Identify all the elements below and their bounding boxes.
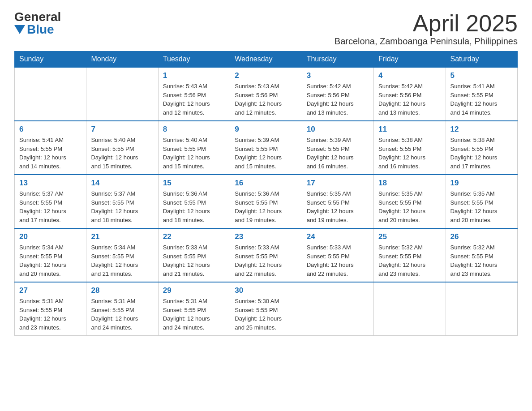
title-area: April 2025 Barcelona, Zamboanga Peninsul… bbox=[335, 11, 518, 47]
day-info: Sunrise: 5:36 AMSunset: 5:55 PMDaylight:… bbox=[163, 189, 225, 224]
day-of-week-header: Saturday bbox=[446, 51, 517, 68]
calendar-cell: 21Sunrise: 5:34 AMSunset: 5:55 PMDayligh… bbox=[86, 228, 158, 282]
calendar-cell: 28Sunrise: 5:31 AMSunset: 5:55 PMDayligh… bbox=[86, 282, 158, 336]
day-info: Sunrise: 5:32 AMSunset: 5:55 PMDaylight:… bbox=[378, 243, 441, 278]
day-info: Sunrise: 5:36 AMSunset: 5:55 PMDaylight:… bbox=[235, 189, 297, 224]
day-info: Sunrise: 5:40 AMSunset: 5:55 PMDaylight:… bbox=[91, 136, 153, 171]
day-number: 9 bbox=[235, 125, 297, 134]
calendar-week-row: 13Sunrise: 5:37 AMSunset: 5:55 PMDayligh… bbox=[15, 175, 518, 228]
day-number: 3 bbox=[307, 71, 369, 80]
day-info: Sunrise: 5:31 AMSunset: 5:55 PMDaylight:… bbox=[163, 297, 225, 332]
day-number: 7 bbox=[91, 125, 153, 134]
month-title: April 2025 bbox=[335, 11, 518, 36]
day-info: Sunrise: 5:33 AMSunset: 5:55 PMDaylight:… bbox=[163, 243, 225, 278]
calendar-cell: 22Sunrise: 5:33 AMSunset: 5:55 PMDayligh… bbox=[158, 228, 230, 282]
calendar-week-row: 27Sunrise: 5:31 AMSunset: 5:55 PMDayligh… bbox=[15, 282, 518, 336]
location-title: Barcelona, Zamboanga Peninsula, Philippi… bbox=[335, 36, 518, 47]
day-number: 22 bbox=[163, 232, 225, 241]
day-info: Sunrise: 5:42 AMSunset: 5:56 PMDaylight:… bbox=[378, 82, 441, 117]
calendar-cell: 15Sunrise: 5:36 AMSunset: 5:55 PMDayligh… bbox=[158, 175, 230, 228]
calendar-cell bbox=[374, 282, 446, 336]
calendar-cell: 7Sunrise: 5:40 AMSunset: 5:55 PMDaylight… bbox=[86, 121, 158, 175]
day-number: 25 bbox=[378, 232, 441, 241]
day-number: 12 bbox=[450, 125, 513, 134]
day-number: 14 bbox=[91, 179, 153, 188]
calendar-cell: 13Sunrise: 5:37 AMSunset: 5:55 PMDayligh… bbox=[15, 175, 86, 228]
day-number: 4 bbox=[378, 71, 441, 80]
calendar-week-row: 6Sunrise: 5:41 AMSunset: 5:55 PMDaylight… bbox=[15, 121, 518, 175]
calendar-cell: 25Sunrise: 5:32 AMSunset: 5:55 PMDayligh… bbox=[374, 228, 446, 282]
day-info: Sunrise: 5:30 AMSunset: 5:55 PMDaylight:… bbox=[235, 297, 297, 332]
day-info: Sunrise: 5:32 AMSunset: 5:55 PMDaylight:… bbox=[450, 243, 513, 278]
calendar-cell: 8Sunrise: 5:40 AMSunset: 5:55 PMDaylight… bbox=[158, 121, 230, 175]
day-number: 28 bbox=[91, 286, 153, 295]
calendar-cell: 5Sunrise: 5:41 AMSunset: 5:55 PMDaylight… bbox=[446, 67, 517, 121]
day-info: Sunrise: 5:31 AMSunset: 5:55 PMDaylight:… bbox=[91, 297, 153, 332]
page-header: General Blue April 2025 Barcelona, Zambo… bbox=[14, 11, 518, 47]
day-number: 26 bbox=[450, 232, 513, 241]
calendar-cell: 6Sunrise: 5:41 AMSunset: 5:55 PMDaylight… bbox=[15, 121, 86, 175]
calendar-cell: 3Sunrise: 5:42 AMSunset: 5:56 PMDaylight… bbox=[302, 67, 373, 121]
day-number: 19 bbox=[450, 179, 513, 188]
day-number: 16 bbox=[235, 179, 297, 188]
logo-general-text: General bbox=[14, 11, 61, 23]
calendar-cell: 19Sunrise: 5:35 AMSunset: 5:55 PMDayligh… bbox=[446, 175, 517, 228]
day-info: Sunrise: 5:42 AMSunset: 5:56 PMDaylight:… bbox=[307, 82, 369, 117]
calendar-cell: 23Sunrise: 5:33 AMSunset: 5:55 PMDayligh… bbox=[230, 228, 302, 282]
day-number: 23 bbox=[235, 232, 297, 241]
day-of-week-header: Thursday bbox=[302, 51, 373, 68]
day-info: Sunrise: 5:31 AMSunset: 5:55 PMDaylight:… bbox=[19, 297, 82, 332]
day-number: 24 bbox=[307, 232, 369, 241]
day-of-week-header: Tuesday bbox=[158, 51, 230, 68]
calendar-cell: 24Sunrise: 5:33 AMSunset: 5:55 PMDayligh… bbox=[302, 228, 373, 282]
calendar-cell bbox=[302, 282, 373, 336]
day-number: 13 bbox=[19, 179, 82, 188]
day-info: Sunrise: 5:43 AMSunset: 5:56 PMDaylight:… bbox=[163, 82, 225, 117]
day-info: Sunrise: 5:43 AMSunset: 5:56 PMDaylight:… bbox=[235, 82, 297, 117]
calendar-cell bbox=[15, 67, 86, 121]
day-number: 6 bbox=[19, 125, 82, 134]
day-of-week-header: Friday bbox=[374, 51, 446, 68]
calendar-cell: 4Sunrise: 5:42 AMSunset: 5:56 PMDaylight… bbox=[374, 67, 446, 121]
logo: General Blue bbox=[14, 11, 61, 36]
day-info: Sunrise: 5:34 AMSunset: 5:55 PMDaylight:… bbox=[19, 243, 82, 278]
day-info: Sunrise: 5:37 AMSunset: 5:55 PMDaylight:… bbox=[91, 189, 153, 224]
calendar-table: SundayMondayTuesdayWednesdayThursdayFrid… bbox=[14, 51, 518, 336]
day-info: Sunrise: 5:38 AMSunset: 5:55 PMDaylight:… bbox=[378, 136, 441, 171]
day-info: Sunrise: 5:35 AMSunset: 5:55 PMDaylight:… bbox=[450, 189, 513, 224]
day-number: 1 bbox=[163, 71, 225, 80]
logo-triangle-icon bbox=[14, 25, 25, 34]
calendar-cell: 14Sunrise: 5:37 AMSunset: 5:55 PMDayligh… bbox=[86, 175, 158, 228]
calendar-week-row: 1Sunrise: 5:43 AMSunset: 5:56 PMDaylight… bbox=[15, 67, 518, 121]
day-of-week-header: Wednesday bbox=[230, 51, 302, 68]
logo-blue-text: Blue bbox=[14, 23, 54, 36]
day-info: Sunrise: 5:34 AMSunset: 5:55 PMDaylight:… bbox=[91, 243, 153, 278]
day-info: Sunrise: 5:39 AMSunset: 5:55 PMDaylight:… bbox=[235, 136, 297, 171]
day-info: Sunrise: 5:33 AMSunset: 5:55 PMDaylight:… bbox=[307, 243, 369, 278]
calendar-cell: 30Sunrise: 5:30 AMSunset: 5:55 PMDayligh… bbox=[230, 282, 302, 336]
day-info: Sunrise: 5:38 AMSunset: 5:55 PMDaylight:… bbox=[450, 136, 513, 171]
calendar-header-row: SundayMondayTuesdayWednesdayThursdayFrid… bbox=[15, 51, 518, 68]
calendar-cell: 29Sunrise: 5:31 AMSunset: 5:55 PMDayligh… bbox=[158, 282, 230, 336]
calendar-cell: 10Sunrise: 5:39 AMSunset: 5:55 PMDayligh… bbox=[302, 121, 373, 175]
calendar-cell: 20Sunrise: 5:34 AMSunset: 5:55 PMDayligh… bbox=[15, 228, 86, 282]
calendar-cell: 26Sunrise: 5:32 AMSunset: 5:55 PMDayligh… bbox=[446, 228, 517, 282]
calendar-cell: 1Sunrise: 5:43 AMSunset: 5:56 PMDaylight… bbox=[158, 67, 230, 121]
calendar-cell: 11Sunrise: 5:38 AMSunset: 5:55 PMDayligh… bbox=[374, 121, 446, 175]
calendar-cell: 16Sunrise: 5:36 AMSunset: 5:55 PMDayligh… bbox=[230, 175, 302, 228]
day-number: 5 bbox=[450, 71, 513, 80]
calendar-cell bbox=[86, 67, 158, 121]
calendar-cell: 18Sunrise: 5:35 AMSunset: 5:55 PMDayligh… bbox=[374, 175, 446, 228]
day-number: 27 bbox=[19, 286, 82, 295]
day-number: 8 bbox=[163, 125, 225, 134]
day-info: Sunrise: 5:40 AMSunset: 5:55 PMDaylight:… bbox=[163, 136, 225, 171]
day-number: 15 bbox=[163, 179, 225, 188]
calendar-cell: 2Sunrise: 5:43 AMSunset: 5:56 PMDaylight… bbox=[230, 67, 302, 121]
day-number: 2 bbox=[235, 71, 297, 80]
day-info: Sunrise: 5:35 AMSunset: 5:55 PMDaylight:… bbox=[307, 189, 369, 224]
day-of-week-header: Monday bbox=[86, 51, 158, 68]
day-info: Sunrise: 5:41 AMSunset: 5:55 PMDaylight:… bbox=[450, 82, 513, 117]
day-number: 18 bbox=[378, 179, 441, 188]
day-number: 30 bbox=[235, 286, 297, 295]
day-number: 21 bbox=[91, 232, 153, 241]
